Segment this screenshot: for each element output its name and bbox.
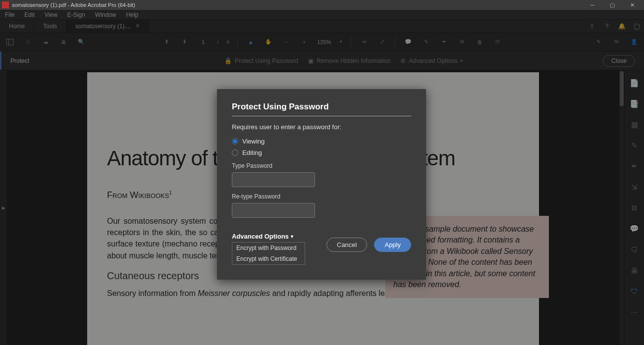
cancel-button[interactable]: Cancel bbox=[326, 238, 367, 252]
advanced-options-menu: Encrypt with Password Encrypt with Certi… bbox=[232, 242, 305, 265]
maximize-button[interactable]: ▢ bbox=[602, 0, 622, 10]
radio-editing-label: Editing bbox=[242, 149, 262, 156]
type-password-label: Type Password bbox=[232, 162, 411, 169]
encrypt-with-password-item[interactable]: Encrypt with Password bbox=[232, 243, 305, 253]
radio-viewing-label: Viewing bbox=[242, 138, 265, 145]
radio-editing[interactable] bbox=[232, 149, 238, 156]
chevron-down-icon: ▾ bbox=[291, 234, 293, 239]
window-title: somatosensory (1).pdf - Adobe Acrobat Pr… bbox=[12, 2, 135, 8]
advanced-options-text: Advanced Options bbox=[232, 233, 289, 240]
close-window-button[interactable]: ✕ bbox=[622, 0, 642, 10]
title-bar: somatosensory (1).pdf - Adobe Acrobat Pr… bbox=[0, 0, 644, 10]
dialog-hint: Requires user to enter a password for: bbox=[232, 123, 411, 131]
apply-button[interactable]: Apply bbox=[374, 238, 411, 252]
dialog-title: Protect Using Password bbox=[232, 102, 411, 116]
minimize-button[interactable]: ─ bbox=[583, 0, 602, 10]
type-password-input[interactable] bbox=[232, 172, 315, 187]
app-icon bbox=[2, 1, 9, 8]
radio-editing-row[interactable]: Editing bbox=[232, 149, 411, 156]
radio-viewing[interactable] bbox=[232, 138, 238, 145]
protect-password-dialog: Protect Using Password Requires user to … bbox=[217, 89, 426, 280]
radio-viewing-row[interactable]: Viewing bbox=[232, 138, 411, 145]
retype-password-input[interactable] bbox=[232, 203, 315, 218]
retype-password-label: Re-type Password bbox=[232, 193, 411, 200]
encrypt-with-certificate-item[interactable]: Encrypt with Certificate bbox=[232, 253, 305, 264]
